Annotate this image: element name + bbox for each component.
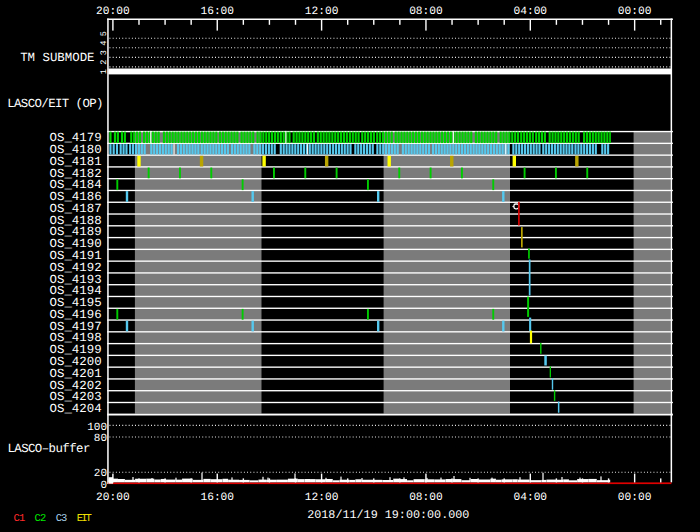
svg-text:08:00: 08:00 — [409, 492, 443, 504]
svg-text:C3: C3 — [56, 513, 67, 525]
svg-text:20: 20 — [94, 468, 107, 480]
svg-text:3: 3 — [99, 50, 109, 55]
svg-text:00:00: 00:00 — [618, 6, 652, 18]
svg-text:2018/11/19 19:00:00.000: 2018/11/19 19:00:00.000 — [307, 508, 469, 522]
svg-text:2: 2 — [99, 60, 109, 65]
svg-text:16:00: 16:00 — [200, 492, 234, 504]
svg-text:LASCO–buffer: LASCO–buffer — [7, 442, 90, 456]
svg-text:20:00: 20:00 — [96, 492, 130, 504]
svg-text:C2: C2 — [35, 513, 46, 525]
svg-text:00:00: 00:00 — [618, 492, 652, 504]
svg-text:80: 80 — [94, 433, 107, 445]
svg-text:04:00: 04:00 — [514, 492, 548, 504]
svg-text:TM SUBMODE: TM SUBMODE — [20, 51, 94, 65]
svg-text:16:00: 16:00 — [200, 6, 234, 18]
svg-text:OS_4204: OS_4204 — [50, 402, 102, 416]
svg-text:08:00: 08:00 — [409, 6, 443, 18]
svg-text:12:00: 12:00 — [305, 492, 339, 504]
svg-text:1: 1 — [99, 69, 109, 74]
svg-text:4: 4 — [99, 41, 109, 46]
svg-text:C1: C1 — [14, 513, 25, 525]
svg-text:0: 0 — [100, 480, 107, 492]
svg-text:04:00: 04:00 — [514, 6, 548, 18]
svg-text:LASCO/EIT (OP): LASCO/EIT (OP) — [7, 97, 103, 111]
svg-text:20:00: 20:00 — [96, 6, 130, 18]
svg-text:EIT: EIT — [77, 513, 92, 525]
svg-text:12:00: 12:00 — [305, 6, 339, 18]
svg-text:100: 100 — [87, 422, 107, 434]
svg-text:5: 5 — [99, 31, 109, 36]
